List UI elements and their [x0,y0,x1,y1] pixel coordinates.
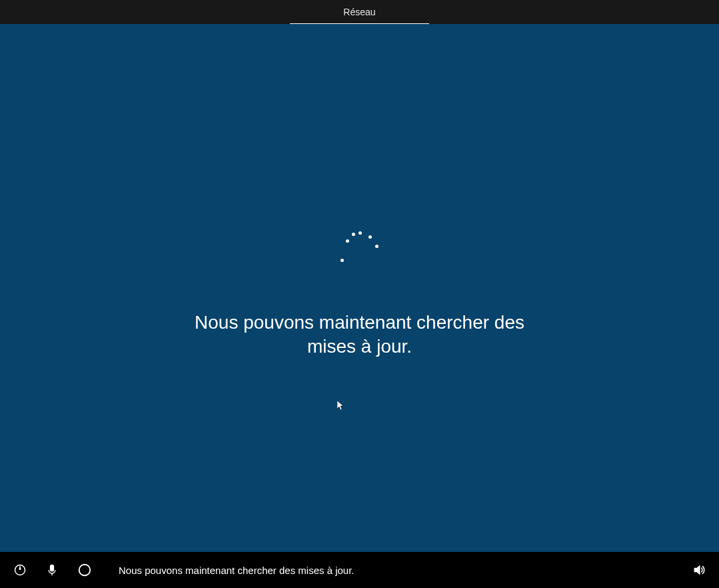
status-message: Nous pouvons maintenant chercher des mis… [187,311,533,359]
microphone-icon[interactable] [45,563,59,577]
tab-network[interactable]: Réseau [290,1,428,25]
svg-point-3 [79,565,91,576]
main-content: Nous pouvons maintenant chercher des mis… [0,24,719,552]
ease-of-access-icon[interactable] [13,563,27,577]
cortana-icon[interactable] [77,563,92,577]
mouse-cursor-icon [337,401,345,411]
cortana-caption: Nous pouvons maintenant chercher des mis… [119,565,692,576]
svg-rect-1 [51,565,54,571]
setup-header: Réseau [0,0,719,24]
tab-label: Réseau [343,7,375,17]
volume-icon[interactable] [692,563,706,577]
cortana-bar: Nous pouvons maintenant chercher des mis… [0,552,719,588]
loading-spinner-icon [337,227,383,274]
